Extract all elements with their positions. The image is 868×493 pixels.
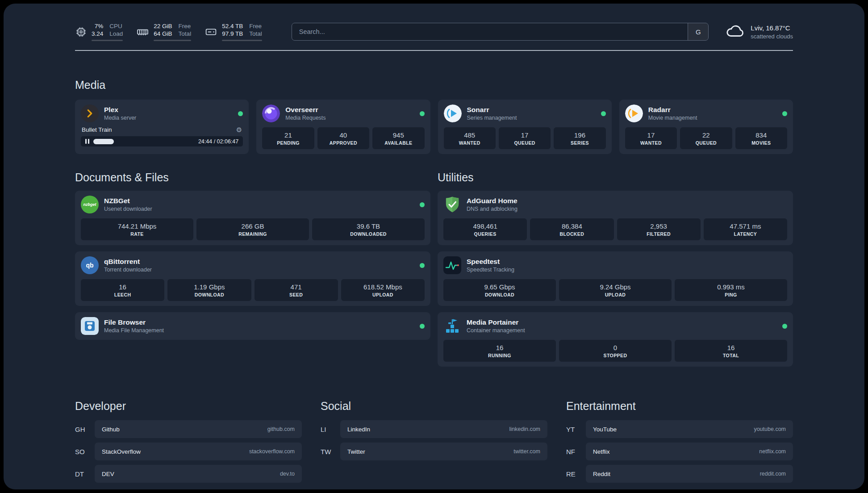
bookmark-netflix[interactable]: Netflix netflix.com xyxy=(586,443,793,460)
dashboard: 7% 3.24 CPU Load 22 GiB xyxy=(4,4,864,489)
search-provider-button[interactable]: G xyxy=(688,23,708,40)
bookmark-row: SO StackOverflow stackoverflow.com xyxy=(75,443,302,460)
service-card-filebrowser[interactable]: File Browser Media File Management xyxy=(75,312,430,340)
service-card-nzbget[interactable]: nzbget NZBGet Usenet downloader 744.21 M… xyxy=(75,191,430,245)
service-card-portainer[interactable]: Media Portainer Container management 16 … xyxy=(438,312,793,367)
bookmark-reddit[interactable]: Reddit reddit.com xyxy=(586,465,793,483)
stat-value: 16 xyxy=(83,283,163,291)
service-name: Speedtest xyxy=(467,257,514,266)
cpu-usage-label: CPU xyxy=(109,22,123,30)
weather-location: Lviv, 16.87°C xyxy=(751,24,793,33)
header-divider xyxy=(75,50,793,51)
service-card-overseerr[interactable]: Overseerr Media Requests 21 PENDING 40 A… xyxy=(256,100,430,154)
bookmark-row: GH Github github.com xyxy=(75,420,302,438)
bookmark-row: DT DEV dev.to xyxy=(75,465,302,483)
bookmark-abbr: SO xyxy=(75,448,95,455)
stat-label: BLOCKED xyxy=(532,231,612,237)
status-dot xyxy=(420,111,425,116)
disk-total-label: Total xyxy=(249,30,262,38)
bookmark-dev[interactable]: DEV dev.to xyxy=(95,465,302,483)
service-card-sonarr[interactable]: Sonarr Series management 485 WANTED 17 Q… xyxy=(438,100,612,154)
pause-icon[interactable] xyxy=(85,139,89,144)
stat-wanted: 485 WANTED xyxy=(444,127,496,149)
memory-usage-bar xyxy=(154,40,191,41)
stat-value: 17 xyxy=(627,131,675,139)
stat-label: TOTAL xyxy=(676,352,785,359)
disk-free-label: Free xyxy=(249,22,262,30)
section-title-entertainment: Entertainment xyxy=(566,400,793,413)
memory-free-value: 22 GiB xyxy=(154,22,172,30)
stat-queued: 17 QUEUED xyxy=(499,127,551,149)
stat-label: PING xyxy=(676,292,785,298)
stat-value: 40 xyxy=(319,131,367,139)
stat-label: DOWNLOAD xyxy=(445,292,554,298)
stat-download: 1.19 Gbps DOWNLOAD xyxy=(167,279,251,301)
service-card-plex[interactable]: Plex Media server Bullet Train ⚙ 24:44 /… xyxy=(75,100,249,154)
bookmark-linkedin[interactable]: LinkedIn linkedin.com xyxy=(340,420,547,438)
service-name: Overseerr xyxy=(285,105,326,114)
bookmark-abbr: GH xyxy=(75,426,95,433)
stat-value: 471 xyxy=(256,283,336,291)
stat-filtered: 2,953 FILTERED xyxy=(617,218,701,240)
disk-widget: 52.4 TB 97.9 TB Free Total xyxy=(204,22,262,41)
stat-rate: 744.21 Mbps RATE xyxy=(81,218,193,240)
portainer-icon xyxy=(443,317,461,335)
bookmark-url: stackoverflow.com xyxy=(249,448,295,455)
memory-icon xyxy=(136,25,149,38)
bookmark-abbr: DT xyxy=(75,470,95,478)
weather-widget[interactable]: Lviv, 16.87°C scattered clouds xyxy=(725,21,793,43)
playback-progress xyxy=(93,139,114,144)
bookmark-name: Twitter xyxy=(347,448,365,455)
adguard-icon xyxy=(443,196,461,213)
bookmark-name: Github xyxy=(102,426,120,433)
service-card-radarr[interactable]: Radarr Movie management 17 WANTED 22 QUE… xyxy=(619,100,793,154)
bookmark-abbr: NF xyxy=(566,448,586,455)
bookmark-url: twitter.com xyxy=(513,448,540,455)
service-name: Sonarr xyxy=(467,105,517,114)
service-card-adguard[interactable]: AdGuard Home DNS and adblocking 498,461 … xyxy=(438,191,793,245)
nzbget-icon: nzbget xyxy=(81,196,99,213)
stat-seed: 471 SEED xyxy=(255,279,338,301)
stat-value: 9.65 Gbps xyxy=(445,283,554,291)
status-dot xyxy=(238,111,243,116)
stat-label: FILTERED xyxy=(619,231,699,237)
bookmark-url: github.com xyxy=(267,426,295,432)
bookmarks-social: Social LI LinkedIn linkedin.com TW Twitt… xyxy=(321,400,547,487)
gear-icon[interactable]: ⚙ xyxy=(236,126,242,133)
bookmark-row: NF Netflix netflix.com xyxy=(566,443,793,460)
bookmark-github[interactable]: Github github.com xyxy=(95,420,302,438)
stat-label: RATE xyxy=(83,231,192,237)
middle-columns: Documents & Files nzbget NZBGet Usenet d… xyxy=(75,171,793,367)
stat-label: QUERIES xyxy=(445,231,525,237)
stat-label: WANTED xyxy=(627,140,675,146)
search-input[interactable] xyxy=(292,23,688,40)
playback-bar[interactable]: 24:44 / 02:06:47 xyxy=(81,136,243,146)
stat-value: 498,461 xyxy=(445,222,525,230)
bookmark-name: Netflix xyxy=(593,448,610,455)
bookmark-url: linkedin.com xyxy=(509,426,540,432)
service-card-speedtest[interactable]: Speedtest Speedtest Tracking 9.65 Gbps D… xyxy=(438,251,793,306)
stat-wanted: 17 WANTED xyxy=(625,127,677,149)
stat-blocked: 86,384 BLOCKED xyxy=(530,218,613,240)
cpu-load-label: Load xyxy=(109,30,123,38)
bookmark-stackoverflow[interactable]: StackOverflow stackoverflow.com xyxy=(95,443,302,460)
playback-time: 24:44 / 02:06:47 xyxy=(198,138,238,145)
bookmarks-entertainment: Entertainment YT YouTube youtube.com NF … xyxy=(566,400,793,487)
stat-downloaded: 39.6 TB DOWNLOADED xyxy=(312,218,425,240)
stat-label: QUEUED xyxy=(682,140,730,146)
service-card-qbittorrent[interactable]: qb qBittorrent Torrent downloader 16 LEE… xyxy=(75,251,430,306)
bookmark-youtube[interactable]: YouTube youtube.com xyxy=(586,420,793,438)
stat-value: 0 xyxy=(561,343,670,352)
stat-running: 16 RUNNING xyxy=(443,340,556,362)
section-title-documents: Documents & Files xyxy=(75,171,430,184)
memory-total-label: Total xyxy=(179,30,192,38)
cpu-usage-bar xyxy=(92,40,123,41)
stat-value: 47.571 ms xyxy=(705,222,785,230)
cpu-widget: 7% 3.24 CPU Load xyxy=(75,22,123,41)
bookmark-twitter[interactable]: Twitter twitter.com xyxy=(340,443,547,460)
stat-value: 618.52 Mbps xyxy=(343,283,423,291)
status-dot xyxy=(601,111,606,116)
search-bar: G xyxy=(292,23,709,41)
stat-label: SEED xyxy=(256,292,336,298)
disk-usage-bar xyxy=(222,40,262,41)
